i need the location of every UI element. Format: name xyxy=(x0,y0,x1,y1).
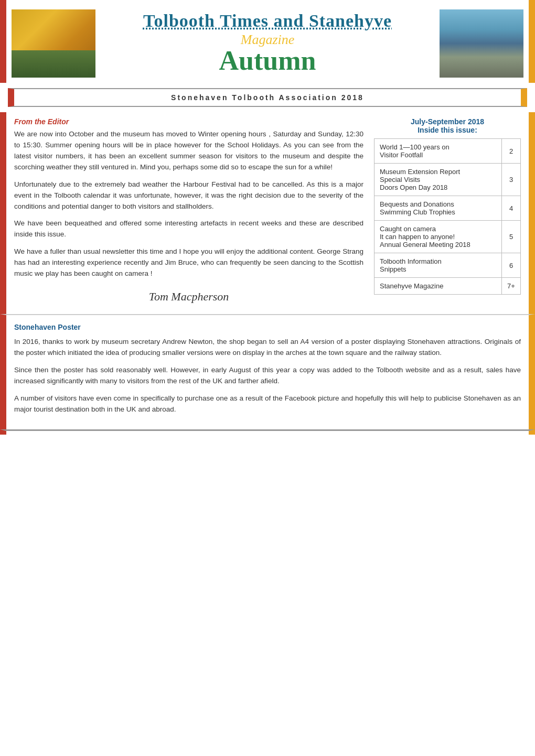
toc-table: World 1—100 years on Visitor Footfall2Mu… xyxy=(374,138,521,295)
editor-para-4: We have a fuller than usual newsletter t… xyxy=(14,246,363,279)
editor-column: From the Editor We are now into October … xyxy=(14,117,363,309)
toc-page-4: 6 xyxy=(502,253,521,278)
toc-item-3: Caught on camera It can happen to anyone… xyxy=(374,221,502,253)
toc-date: July-September 2018 xyxy=(374,117,521,126)
toc-page-1: 3 xyxy=(502,164,521,196)
header-center: Tolbooth Times and Stanehyve Magazine Au… xyxy=(95,11,440,76)
association-banner-text: Stonehaven Tolbooth Association 2018 xyxy=(171,93,364,102)
magazine-title-autumn: Autumn xyxy=(106,45,429,76)
toc-page-5: 7+ xyxy=(502,278,521,295)
association-banner: Stonehaven Tolbooth Association 2018 xyxy=(8,88,527,107)
editor-para-3: We have been bequeathed and offered some… xyxy=(14,218,363,240)
editor-para-1: We are now into October and the museum h… xyxy=(14,129,363,173)
toc-header: July-September 2018 Inside this issue: xyxy=(374,117,521,134)
poster-para-1: In 2016, thanks to work by museum secret… xyxy=(14,337,521,359)
poster-section: Stonehaven Poster In 2016, thanks to wor… xyxy=(0,314,535,429)
poster-para-2: Since then the poster has sold reasonabl… xyxy=(14,365,521,387)
toc-column: July-September 2018 Inside this issue: W… xyxy=(374,117,521,309)
editor-section-title: From the Editor xyxy=(14,117,363,126)
page-header: Tolbooth Times and Stanehyve Magazine Au… xyxy=(0,0,535,83)
header-image-right xyxy=(440,9,523,78)
editor-signature: Tom Macpherson xyxy=(14,290,363,304)
header-image-left xyxy=(12,9,95,78)
toc-inside-label: Inside this issue: xyxy=(374,126,521,134)
toc-item-4: Tolbooth Information Snippets xyxy=(374,253,502,278)
main-content: From the Editor We are now into October … xyxy=(0,112,535,314)
poster-para-3: A number of visitors have even come in s… xyxy=(14,393,521,415)
poster-section-title: Stonehaven Poster xyxy=(14,323,521,331)
toc-page-3: 5 xyxy=(502,221,521,253)
toc-item-1: Museum Extension Report Special Visits D… xyxy=(374,164,502,196)
toc-page-0: 2 xyxy=(502,139,521,164)
toc-item-5: Stanehyve Magazine xyxy=(374,278,502,295)
magazine-title-main: Tolbooth Times and Stanehyve xyxy=(106,11,429,31)
toc-item-0: World 1—100 years on Visitor Footfall xyxy=(374,139,502,164)
toc-page-2: 4 xyxy=(502,196,521,221)
editor-para-2: Unfortunately due to the extremely bad w… xyxy=(14,179,363,212)
toc-item-2: Bequests and Donations Swimming Club Tro… xyxy=(374,196,502,221)
bottom-border xyxy=(0,429,535,435)
